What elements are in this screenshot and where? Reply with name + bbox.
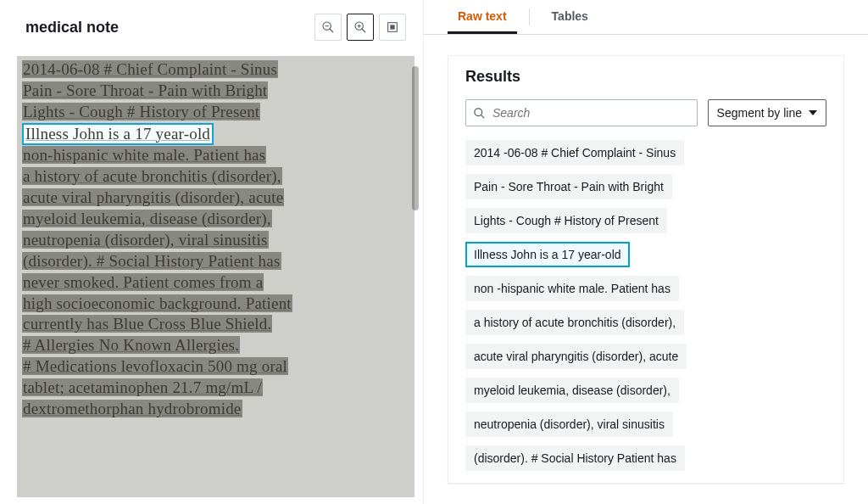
document-toolbar	[314, 14, 406, 41]
zoom-out-button[interactable]	[314, 14, 342, 41]
analysis-pane: Raw textTables Results Segment by line 2…	[424, 0, 868, 504]
segment-chip[interactable]: a history of acute bronchitis (disorder)…	[465, 310, 684, 335]
svg-line-6	[362, 29, 365, 32]
handwriting-line[interactable]: Pain - Sore Throat - Pain with Bright	[22, 81, 268, 99]
results-card: Results Segment by line 2014 -06-08 # Ch…	[448, 55, 844, 484]
handwriting-line[interactable]: non-hispanic white male. Patient has	[22, 146, 266, 164]
svg-point-9	[475, 108, 482, 115]
svg-rect-8	[390, 25, 394, 29]
zoom-in-icon	[353, 20, 367, 34]
handwriting-line[interactable]: Lights - Cough # History of Present	[22, 103, 260, 120]
segment-chip[interactable]: myeloid leukemia, disease (disorder),	[465, 378, 679, 403]
handwriting-line[interactable]: (disorder). # Social History Patient has	[22, 252, 281, 270]
segment-chip[interactable]: Lights - Cough # History of Present	[465, 208, 667, 233]
handwriting-line[interactable]: myeloid leukemia, disease (disorder),	[22, 210, 272, 227]
fit-to-page-button[interactable]	[379, 14, 406, 41]
document-title: medical note	[25, 19, 119, 36]
segment-dropdown[interactable]: Segment by line	[708, 99, 826, 126]
segment-chip[interactable]: neutropenia (disorder), viral sinusitis	[465, 412, 673, 437]
results-title: Results	[448, 56, 843, 91]
results-controls: Segment by line	[448, 91, 843, 132]
tab-separator	[529, 8, 530, 25]
tab-raw-text[interactable]: Raw text	[448, 0, 517, 34]
zoom-in-button[interactable]	[347, 14, 374, 41]
search-input[interactable]	[491, 105, 690, 120]
segment-chip[interactable]: Illness John is a 17 year-old	[465, 242, 630, 267]
handwriting-line[interactable]: acute viral pharyngitis (disorder), acut…	[22, 188, 284, 206]
fit-to-page-icon	[386, 20, 399, 34]
scrollbar[interactable]	[412, 66, 419, 453]
chevron-down-icon	[809, 110, 817, 115]
segment-chip[interactable]: (disorder). # Social History Patient has	[465, 445, 685, 471]
handwriting-line[interactable]: 2014-06-08 # Chief Complaint - Sinus	[22, 60, 278, 78]
search-box[interactable]	[465, 99, 698, 126]
handwriting-line[interactable]: never smoked. Patient comes from a	[22, 273, 264, 291]
handwriting-line[interactable]: a history of acute bronchitis (disorder)…	[22, 167, 282, 185]
analysis-tabs: Raw textTables	[424, 0, 868, 35]
handwriting-line[interactable]: tablet; acetaminophen 21.7 mg/mL /	[22, 378, 263, 396]
segment-chip[interactable]: non -hispanic white male. Patient has	[465, 276, 679, 301]
segment-dropdown-label: Segment by line	[717, 106, 802, 120]
scrollbar-thumb[interactable]	[412, 66, 419, 210]
segments-list: 2014 -06-08 # Chief Complaint - SinusPai…	[448, 132, 843, 479]
handwriting-line[interactable]: neutropenia (disorder), viral sinusitis	[22, 231, 269, 249]
handwriting-line[interactable]: # Medications levofloxacin 500 mg oral	[22, 357, 288, 375]
page-surface: 2014-06-08 # Chief Complaint - SinusPain…	[17, 56, 415, 497]
zoom-out-icon	[321, 20, 335, 34]
svg-line-10	[481, 115, 484, 118]
segment-chip[interactable]: 2014 -06-08 # Chief Complaint - Sinus	[465, 140, 684, 165]
search-icon	[473, 107, 486, 120]
segment-chip[interactable]: Pain - Sore Throat - Pain with Bright	[465, 174, 672, 199]
svg-line-2	[330, 29, 333, 32]
handwriting-line[interactable]: currently has Blue Cross Blue Shield.	[22, 315, 272, 333]
results-container: Results Segment by line 2014 -06-08 # Ch…	[424, 35, 868, 504]
handwriting-line[interactable]: # Allergies No Known Allergies.	[22, 336, 240, 354]
handwriting-line[interactable]: Illness John is a 17 year-old	[22, 123, 214, 146]
handwriting-line[interactable]: high socioeconomic background. Patient	[22, 294, 292, 312]
segment-chip[interactable]: acute viral pharyngitis (disorder), acut…	[465, 344, 687, 369]
tab-tables[interactable]: Tables	[542, 0, 598, 34]
document-header: medical note	[0, 0, 423, 49]
handwriting-line[interactable]: dextromethorphan hydrobromide	[22, 400, 242, 417]
document-pane: medical note 2014-06-08 # Chief Complain…	[0, 0, 424, 504]
document-viewer[interactable]: 2014-06-08 # Chief Complaint - SinusPain…	[0, 49, 423, 504]
